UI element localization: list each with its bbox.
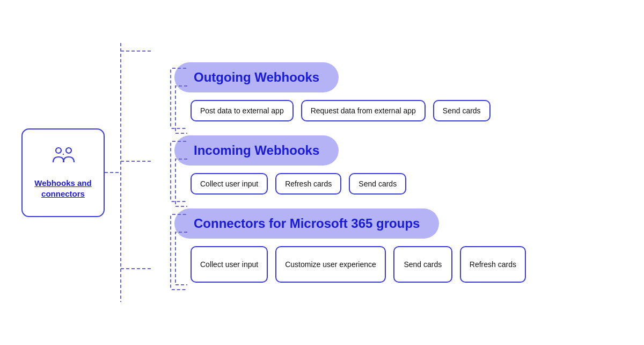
request-data-item: Request data from external app bbox=[301, 100, 426, 121]
diagram: Webhooks and connectors Outgoing Webhook… bbox=[0, 0, 644, 345]
customize-user-item: Customize user experience bbox=[275, 246, 386, 283]
outgoing-webhooks-items: Post data to external app Request data f… bbox=[191, 100, 623, 121]
sections-container: Outgoing Webhooks Post data to external … bbox=[174, 62, 623, 283]
refresh-cards-2-item: Refresh cards bbox=[460, 246, 526, 283]
send-cards-3-item: Send cards bbox=[393, 246, 452, 283]
webhooks-icon bbox=[50, 146, 77, 172]
left-node[interactable]: Webhooks and connectors bbox=[21, 128, 105, 217]
collect-user-input-2-item: Collect user input bbox=[191, 246, 268, 283]
incoming-webhooks-items: Collect user input Refresh cards Send ca… bbox=[191, 173, 623, 195]
svg-point-0 bbox=[56, 148, 61, 153]
send-cards-1-item: Send cards bbox=[433, 100, 491, 121]
outgoing-webhooks-header: Outgoing Webhooks bbox=[174, 62, 339, 92]
webhooks-connectors-link[interactable]: Webhooks and connectors bbox=[23, 178, 104, 199]
incoming-webhooks-header: Incoming Webhooks bbox=[174, 135, 339, 166]
svg-point-1 bbox=[66, 148, 71, 153]
send-cards-2-item: Send cards bbox=[349, 173, 406, 195]
section-connectors-365: Connectors for Microsoft 365 groups Coll… bbox=[174, 209, 623, 283]
collect-user-input-1-item: Collect user input bbox=[191, 173, 268, 195]
refresh-cards-1-item: Refresh cards bbox=[275, 173, 341, 195]
post-data-item: Post data to external app bbox=[191, 100, 294, 121]
connectors-365-header: Connectors for Microsoft 365 groups bbox=[174, 209, 439, 239]
section-outgoing-webhooks: Outgoing Webhooks Post data to external … bbox=[174, 62, 623, 121]
section-incoming-webhooks: Incoming Webhooks Collect user input Ref… bbox=[174, 135, 623, 195]
connectors-365-items: Collect user input Customize user experi… bbox=[191, 246, 623, 283]
